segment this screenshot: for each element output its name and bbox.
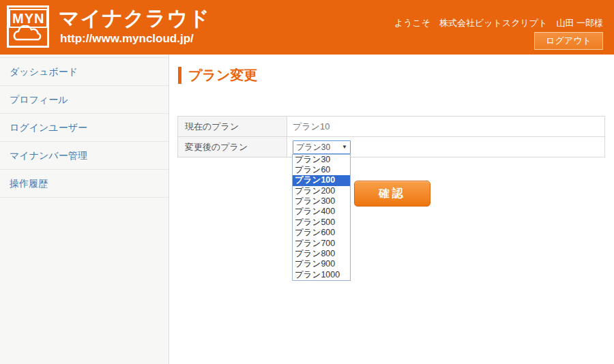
plan-select[interactable]: プラン30 ▼ bbox=[293, 140, 351, 154]
plan-select-value: プラン30 bbox=[296, 141, 330, 153]
plan-change-table: 現在のプラン プラン10 変更後のプラン プラン30 ▼ プラン30 プラン60 bbox=[177, 116, 605, 157]
plan-option[interactable]: プラン700 bbox=[293, 239, 350, 249]
sidebar-item-dashboard[interactable]: ダッシュボード bbox=[0, 58, 169, 86]
site-title: マイナクラウド bbox=[59, 5, 210, 33]
new-plan-label: 変更後のプラン bbox=[178, 137, 287, 157]
sidebar-item-profile[interactable]: プロフィール bbox=[0, 86, 169, 114]
table-row-new-plan: 変更後のプラン プラン30 ▼ プラン30 プラン60 プラン100 プラン20… bbox=[178, 137, 605, 157]
new-plan-cell: プラン30 ▼ プラン30 プラン60 プラン100 プラン200 プラン300… bbox=[287, 137, 605, 157]
logout-button[interactable]: ログアウト bbox=[534, 32, 603, 50]
plan-option-highlighted[interactable]: プラン100 bbox=[293, 175, 350, 185]
sidebar-item-login-users[interactable]: ログインユーザー bbox=[0, 114, 169, 142]
plan-option[interactable]: プラン500 bbox=[293, 217, 350, 228]
sidebar-item-operation-history[interactable]: 操作履歴 bbox=[0, 170, 169, 198]
plan-option[interactable]: プラン400 bbox=[293, 207, 350, 217]
table-row-current-plan: 現在のプラン プラン10 bbox=[178, 117, 605, 137]
plan-option[interactable]: プラン300 bbox=[293, 196, 350, 207]
plan-option-list: プラン30 プラン60 プラン100 プラン200 プラン300 プラン400 … bbox=[292, 154, 351, 282]
plan-option[interactable]: プラン60 bbox=[293, 165, 350, 175]
current-plan-value: プラン10 bbox=[287, 117, 605, 137]
sidebar: ダッシュボード プロフィール ログインユーザー マイナンバー管理 操作履歴 bbox=[0, 55, 169, 364]
plan-option[interactable]: プラン30 bbox=[293, 155, 350, 165]
plan-select-wrap: プラン30 ▼ プラン30 プラン60 プラン100 プラン200 プラン300… bbox=[293, 140, 351, 154]
plan-option[interactable]: プラン800 bbox=[293, 249, 350, 259]
confirm-button[interactable]: 確認 bbox=[354, 181, 430, 207]
app-logo[interactable]: MYN bbox=[7, 5, 49, 48]
plan-option[interactable]: プラン1000 bbox=[293, 270, 350, 280]
site-url: http://www.myncloud.jp/ bbox=[60, 32, 194, 46]
sidebar-nav: ダッシュボード プロフィール ログインユーザー マイナンバー管理 操作履歴 bbox=[0, 57, 169, 198]
plan-option[interactable]: プラン200 bbox=[293, 186, 350, 196]
main-content: プラン変更 現在のプラン プラン10 変更後のプラン プラン30 ▼ プラン30 bbox=[169, 55, 614, 364]
chevron-down-icon: ▼ bbox=[342, 141, 347, 153]
plan-option[interactable]: プラン900 bbox=[293, 259, 350, 269]
welcome-text: ようこそ 株式会社ビットスクリプト 山田 一郎様 bbox=[394, 17, 603, 29]
sidebar-item-mynumber-management[interactable]: マイナンバー管理 bbox=[0, 142, 169, 170]
app-header: MYN マイナクラウド http://www.myncloud.jp/ ようこそ… bbox=[0, 0, 614, 55]
cloud-icon bbox=[12, 25, 42, 44]
current-plan-label: 現在のプラン bbox=[178, 117, 287, 137]
plan-option[interactable]: プラン600 bbox=[293, 228, 350, 238]
page-title: プラン変更 bbox=[178, 67, 614, 84]
